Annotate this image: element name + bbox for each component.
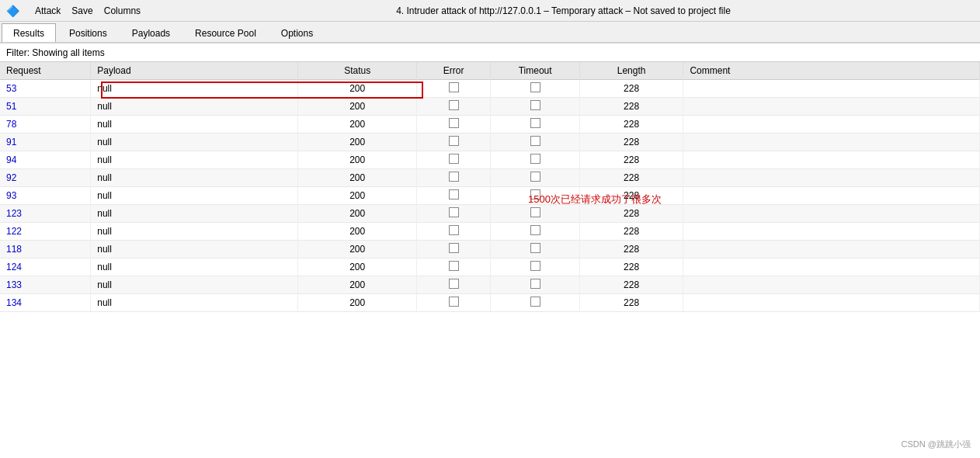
tab-resource-pool[interactable]: Resource Pool (183, 23, 268, 42)
cell-error (416, 80, 490, 98)
cell-timeout (491, 98, 579, 116)
col-header-error[interactable]: Error (416, 62, 490, 80)
col-header-status[interactable]: Status (298, 62, 417, 80)
menu-columns[interactable]: Columns (104, 5, 141, 16)
cell-payload: null (91, 258, 298, 276)
cell-length: 228 (579, 169, 683, 187)
cell-comment (683, 205, 980, 223)
col-header-request[interactable]: Request (0, 62, 91, 80)
cell-error (416, 169, 490, 187)
filter-label: Filter: Showing all items (6, 47, 105, 58)
cell-comment (683, 276, 980, 294)
cell-request: 91 (0, 134, 91, 151)
table-row[interactable]: 51null200228 (0, 98, 980, 116)
cell-comment (683, 241, 980, 258)
cell-payload: null (91, 116, 298, 134)
cell-error (416, 294, 490, 312)
col-header-length[interactable]: Length (579, 62, 683, 80)
cell-error (416, 134, 490, 151)
cell-request: 124 (0, 258, 91, 276)
cell-error (416, 258, 490, 276)
col-header-comment[interactable]: Comment (683, 62, 980, 80)
cell-request: 118 (0, 241, 91, 258)
cell-comment (683, 134, 980, 151)
table-row[interactable]: 133null200228 (0, 276, 980, 294)
cell-length: 228 (579, 187, 683, 205)
cell-error (416, 187, 490, 205)
table-row[interactable]: 123null200228 (0, 205, 980, 223)
table-row[interactable]: 92null200228 (0, 169, 980, 187)
results-table-container[interactable]: Request Payload Status Error Timeout Len… (0, 62, 980, 458)
cell-payload: null (91, 80, 298, 98)
cell-payload: null (91, 223, 298, 241)
title-bar: 🔷 Attack Save Columns 4. Intruder attack… (0, 0, 980, 22)
cell-length: 228 (579, 241, 683, 258)
table-row[interactable]: 122null200228 (0, 223, 980, 241)
tab-options[interactable]: Options (269, 23, 325, 42)
table-row[interactable]: 53null200228 (0, 80, 980, 98)
cell-timeout (491, 294, 579, 312)
cell-error (416, 151, 490, 169)
cell-comment (683, 116, 980, 134)
cell-payload: null (91, 241, 298, 258)
cell-status: 200 (298, 187, 417, 205)
table-body: 53null20022851null20022878null20022891nu… (0, 80, 980, 312)
cell-length: 228 (579, 134, 683, 151)
table-row[interactable]: 124null200228 (0, 258, 980, 276)
cell-timeout (491, 241, 579, 258)
cell-status: 200 (298, 241, 417, 258)
cell-request: 123 (0, 205, 91, 223)
cell-status: 200 (298, 134, 417, 151)
cell-error (416, 98, 490, 116)
filter-bar: Filter: Showing all items (0, 43, 980, 62)
cell-timeout (491, 258, 579, 276)
tab-payloads[interactable]: Payloads (120, 23, 182, 42)
cell-length: 228 (579, 205, 683, 223)
cell-error (416, 276, 490, 294)
cell-request: 122 (0, 223, 91, 241)
menu-save[interactable]: Save (71, 5, 92, 16)
cell-length: 228 (579, 276, 683, 294)
cell-timeout (491, 276, 579, 294)
cell-timeout (491, 187, 579, 205)
table-row[interactable]: 93null200228 (0, 187, 980, 205)
cell-status: 200 (298, 98, 417, 116)
tab-results[interactable]: Results (2, 23, 56, 42)
cell-length: 228 (579, 116, 683, 134)
cell-payload: null (91, 205, 298, 223)
col-header-payload[interactable]: Payload (91, 62, 298, 80)
menu-bar: Attack Save Columns (35, 5, 141, 16)
cell-timeout (491, 134, 579, 151)
cell-timeout (491, 116, 579, 134)
cell-payload: null (91, 134, 298, 151)
table-row[interactable]: 94null200228 (0, 151, 980, 169)
cell-status: 200 (298, 223, 417, 241)
cell-status: 200 (298, 276, 417, 294)
cell-length: 228 (579, 223, 683, 241)
cell-request: 78 (0, 116, 91, 134)
table-row[interactable]: 78null200228 (0, 116, 980, 134)
menu-attack[interactable]: Attack (35, 5, 61, 16)
cell-payload: null (91, 187, 298, 205)
cell-comment (683, 258, 980, 276)
cell-timeout (491, 223, 579, 241)
cell-payload: null (91, 276, 298, 294)
cell-comment (683, 223, 980, 241)
cell-timeout (491, 80, 579, 98)
cell-length: 228 (579, 98, 683, 116)
cell-timeout (491, 205, 579, 223)
cell-length: 228 (579, 80, 683, 98)
window-title: 4. Intruder attack of http://127.0.0.1 –… (153, 5, 974, 16)
col-header-timeout[interactable]: Timeout (491, 62, 579, 80)
cell-request: 51 (0, 98, 91, 116)
tab-positions[interactable]: Positions (57, 23, 119, 42)
cell-error (416, 205, 490, 223)
cell-comment (683, 151, 980, 169)
table-row[interactable]: 118null200228 (0, 241, 980, 258)
cell-length: 228 (579, 151, 683, 169)
table-row[interactable]: 91null200228 (0, 134, 980, 151)
cell-payload: null (91, 294, 298, 312)
table-row[interactable]: 134null200228 (0, 294, 980, 312)
cell-request: 133 (0, 276, 91, 294)
cell-request: 134 (0, 294, 91, 312)
